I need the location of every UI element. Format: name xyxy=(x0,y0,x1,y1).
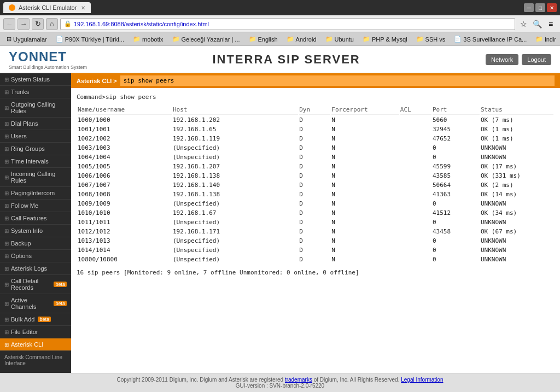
outgoing-rules-icon: ⊞ xyxy=(4,105,9,111)
3s-icon: 📄 xyxy=(454,36,462,43)
reload-button[interactable]: ↻ xyxy=(32,18,44,30)
footer-version: GUI-version : SVN-branch-2.0-r5220 xyxy=(236,383,324,389)
menu-icon[interactable]: ≡ xyxy=(545,18,557,30)
sidebar-item-options[interactable]: ⊞ Options xyxy=(0,250,71,262)
sidebar-item-asterisk-cli[interactable]: ⊞ Asterisk CLI xyxy=(0,338,71,351)
home-button[interactable]: ⌂ xyxy=(46,18,58,30)
ssh-icon: 📁 xyxy=(416,36,424,43)
p90x-icon: 📄 xyxy=(56,36,63,43)
english-label: English xyxy=(258,36,278,43)
browser-tab[interactable]: Asterisk CLI Emulator ✕ xyxy=(3,2,91,13)
sidebar-item-system-info[interactable]: ⊞ System Info xyxy=(0,225,71,237)
sidebar-label-asterisk-cli: Asterisk CLI xyxy=(11,341,43,348)
sidebar-label-ring-groups: Ring Groups xyxy=(11,145,45,152)
logout-button[interactable]: Logout xyxy=(522,54,551,65)
back-button[interactable]: ← xyxy=(3,18,15,30)
sidebar-item-file-editor[interactable]: ⊞ File Editor xyxy=(0,326,71,338)
sidebar-item-asterisk-logs[interactable]: ⊞ Asterisk Logs xyxy=(0,262,71,275)
paging-icon: ⊞ xyxy=(4,190,9,196)
users-icon: ⊞ xyxy=(4,133,9,139)
bookmark-english[interactable]: 📁 English xyxy=(246,35,281,43)
sidebar-item-system-status[interactable]: ⊞ System Status xyxy=(0,73,71,86)
bookmark-p90x[interactable]: 📄 P90X Türkiye | Türki... xyxy=(52,35,127,43)
sidebar-description: Asterisk Command Line Interface xyxy=(0,351,71,370)
browser-chrome: Asterisk CLI Emulator ✕ ─ □ ✕ ← → ↻ ⌂ 🔒 … xyxy=(0,0,560,46)
sidebar-label-users: Users xyxy=(11,133,27,139)
table-row: 1002/1002192.168.1.119DN47652OK (1 ms) xyxy=(78,134,553,143)
bookmark-ssh[interactable]: 📁 SSH vs xyxy=(413,35,449,43)
cli-command-echo: Command>sip show peers xyxy=(77,93,555,101)
network-button[interactable]: Network xyxy=(486,54,518,65)
backup-icon: ⊞ xyxy=(4,241,9,247)
table-row: 1014/1014(Unspecified)DN0UNKNOWN xyxy=(78,246,553,254)
sidebar-label-file-editor: File Editor xyxy=(11,329,38,335)
bookmark-apps[interactable]: ⊞ Uygulamalar xyxy=(3,35,50,43)
3s-label: 3S Surveillance IP Ca... xyxy=(463,36,527,43)
footer-legal-link[interactable]: Legal Information xyxy=(401,377,443,383)
sidebar-item-follow-me[interactable]: ⊞ Follow Me xyxy=(0,200,71,212)
table-row: 1001/1001192.168.1.65DN32945OK (1 ms) xyxy=(78,125,553,133)
main-content: Asterisk CLI > Command>sip show peers Na… xyxy=(71,73,560,373)
sidebar-item-active-channels[interactable]: ⊞ Active Channels beta xyxy=(0,294,71,313)
sidebar-item-paging[interactable]: ⊞ Paging/Intercom xyxy=(0,187,71,200)
tab-title: Asterisk CLI Emulator xyxy=(19,4,77,11)
sidebar-item-bulk-add[interactable]: ⊞ Bulk Add beta xyxy=(0,313,71,326)
bookmark-php[interactable]: 📁 PHP & Mysql xyxy=(359,35,411,43)
col-port: Port xyxy=(433,106,480,115)
star-icon[interactable]: ☆ xyxy=(517,18,529,30)
bulk-add-icon: ⊞ xyxy=(4,317,9,323)
logo: YONNET Smart Buildings Automation System xyxy=(9,49,87,70)
asterisk-cli-icon: ⊞ xyxy=(4,342,9,348)
sidebar-item-time-intervals[interactable]: ⊞ Time Intervals xyxy=(0,155,71,168)
bookmark-android[interactable]: 📁 Android xyxy=(283,35,320,43)
bookmark-gelecegi[interactable]: 📁 Geleceği Yazanlar | ... xyxy=(169,35,243,43)
mobotix-icon: 📁 xyxy=(133,36,141,43)
system-status-icon: ⊞ xyxy=(4,77,9,83)
address-bar[interactable]: 🔒 192.168.1.69:8088/asterisk/static/conf… xyxy=(60,18,515,30)
sidebar-item-trunks[interactable]: ⊞ Trunks xyxy=(0,86,71,98)
minimize-button[interactable]: ─ xyxy=(524,3,534,12)
tab-close-btn[interactable]: ✕ xyxy=(81,5,85,11)
bookmark-indir[interactable]: 📁 indir xyxy=(532,35,559,43)
cdr-badge: beta xyxy=(54,282,67,287)
bookmark-ubuntu[interactable]: 📁 Ubuntu xyxy=(322,35,357,43)
table-row: 1005/1005192.168.1.207DN45599OK (17 ms) xyxy=(78,162,553,171)
sidebar-item-incoming-rules[interactable]: ⊞ Incoming Calling Rules xyxy=(0,168,71,187)
table-row: 1004/1004(Unspecified)DN0UNKNOWN xyxy=(78,153,553,161)
sidebar: ⊞ System Status ⊞ Trunks ⊞ Outgoing Call… xyxy=(0,73,71,373)
browser-icons: ☆ 🔍 ≡ xyxy=(517,18,557,30)
sidebar-item-outgoing-rules[interactable]: ⊞ Outgoing Calling Rules xyxy=(0,98,71,118)
table-row: 1010/1010192.168.1.67DN41512OK (34 ms) xyxy=(78,209,553,217)
sidebar-item-backup[interactable]: ⊞ Backup xyxy=(0,237,71,250)
ubuntu-icon: 📁 xyxy=(325,36,333,43)
sidebar-item-dial-plans[interactable]: ⊞ Dial Plans xyxy=(0,118,71,130)
cli-breadcrumb: Asterisk CLI > xyxy=(77,78,117,84)
sidebar-item-ring-groups[interactable]: ⊞ Ring Groups xyxy=(0,143,71,155)
app-body: ⊞ System Status ⊞ Trunks ⊞ Outgoing Call… xyxy=(0,73,560,373)
address-bar-row: ← → ↻ ⌂ 🔒 192.168.1.69:8088/asterisk/sta… xyxy=(0,15,560,33)
active-channels-badge: beta xyxy=(54,301,67,306)
system-info-icon: ⊞ xyxy=(4,228,9,234)
android-label: Android xyxy=(296,36,317,43)
forward-button[interactable]: → xyxy=(18,18,30,30)
table-row: 1008/1008192.168.1.138DN41363OK (14 ms) xyxy=(78,190,553,198)
sidebar-item-call-features[interactable]: ⊞ Call Features xyxy=(0,212,71,225)
bookmark-3s[interactable]: 📄 3S Surveillance IP Ca... xyxy=(451,35,530,43)
table-row: 1011/1011(Unspecified)DN0UNKNOWN xyxy=(78,218,553,226)
maximize-button[interactable]: □ xyxy=(535,3,545,12)
apps-label: Uygulamalar xyxy=(13,36,47,43)
gelecegi-icon: 📁 xyxy=(172,36,180,43)
sidebar-item-users[interactable]: ⊞ Users xyxy=(0,130,71,143)
bookmark-mobotix[interactable]: 📁 mobotix xyxy=(130,35,167,43)
close-button[interactable]: ✕ xyxy=(547,3,557,12)
sidebar-label-paging: Paging/Intercom xyxy=(11,190,55,196)
search-icon[interactable]: 🔍 xyxy=(531,18,543,30)
col-name: Name/username xyxy=(78,106,172,115)
footer-trademark-link[interactable]: trademarks xyxy=(285,377,312,383)
options-icon: ⊞ xyxy=(4,253,9,259)
bookmarks-bar: ⊞ Uygulamalar 📄 P90X Türkiye | Türki... … xyxy=(0,33,560,46)
sidebar-label-trunks: Trunks xyxy=(11,89,29,95)
cli-input[interactable] xyxy=(120,75,555,86)
sidebar-item-cdr[interactable]: ⊞ Call Detail Records beta xyxy=(0,275,71,294)
ssh-label: SSH vs xyxy=(425,36,446,43)
